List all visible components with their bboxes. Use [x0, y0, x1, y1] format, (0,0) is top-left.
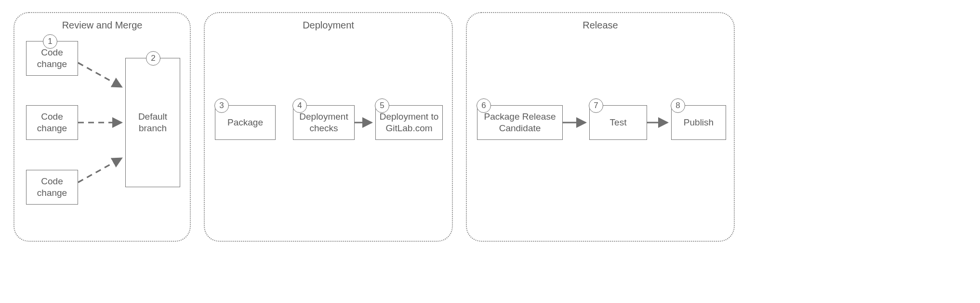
node-label: Codechange — [37, 47, 67, 70]
group-title-release: Release — [583, 20, 618, 31]
badge-3: 3 — [214, 98, 229, 113]
node-label: Codechange — [37, 176, 67, 199]
node-label: Publish — [684, 117, 714, 128]
node-label: Codechange — [37, 111, 67, 134]
node-label: Deployment toGitLab.com — [380, 111, 439, 134]
node-label: Package — [227, 117, 263, 128]
badge-6: 6 — [477, 98, 491, 113]
node-package-release-candidate: Package ReleaseCandidate 6 — [477, 105, 563, 140]
node-deployment-to-gitlab: Deployment toGitLab.com 5 — [375, 105, 443, 140]
node-default-branch: Defaultbranch 2 — [125, 58, 180, 187]
badge-1: 1 — [43, 34, 57, 49]
node-code-change-2: Codechange — [26, 105, 78, 140]
node-code-change-1: Codechange 1 — [26, 41, 78, 76]
node-code-change-3: Codechange — [26, 170, 78, 205]
badge-2: 2 — [146, 51, 160, 66]
node-publish: Publish 8 — [671, 105, 726, 140]
badge-8: 8 — [671, 98, 685, 113]
diagram-canvas: Review and Merge Codechange 1 Codechange… — [0, 0, 980, 303]
badge-4: 4 — [292, 98, 307, 113]
group-title-review: Review and Merge — [62, 20, 143, 31]
node-label: Package ReleaseCandidate — [484, 111, 556, 134]
group-title-deploy: Deployment — [303, 20, 354, 31]
badge-5: 5 — [375, 98, 389, 113]
badge-7: 7 — [589, 98, 603, 113]
node-deployment-checks: Deploymentchecks 4 — [293, 105, 355, 140]
node-label: Deploymentchecks — [299, 111, 348, 134]
node-test: Test 7 — [589, 105, 647, 140]
node-label: Test — [610, 117, 627, 128]
node-label: Defaultbranch — [138, 111, 167, 134]
node-package: Package 3 — [215, 105, 276, 140]
